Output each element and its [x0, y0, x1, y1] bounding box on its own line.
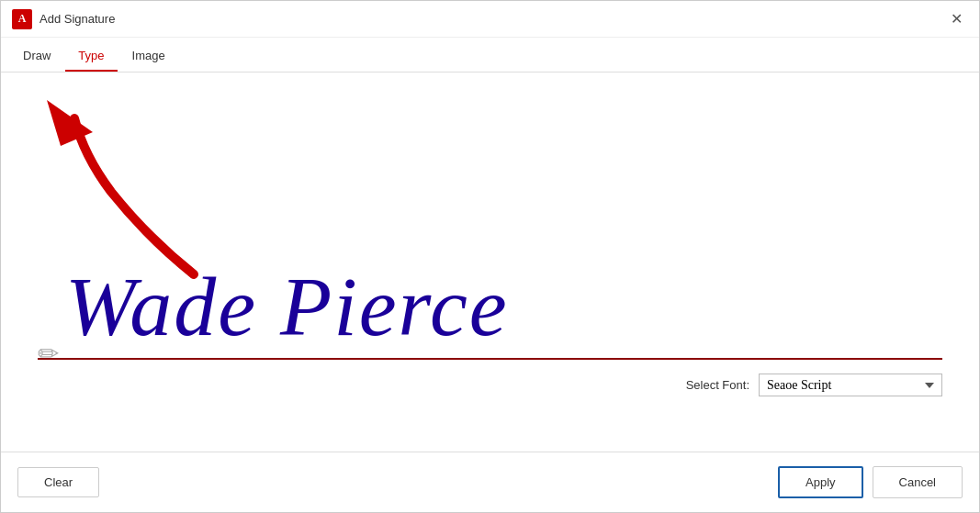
- close-button[interactable]: ✕: [945, 10, 968, 28]
- signature-baseline: [38, 358, 942, 360]
- tab-image[interactable]: Image: [119, 41, 178, 72]
- font-selector-row: Select Font: Seaoe Script Arial Times Ne…: [686, 374, 942, 396]
- tab-draw[interactable]: Draw: [10, 41, 63, 72]
- cancel-button[interactable]: Cancel: [873, 466, 963, 498]
- font-label: Select Font:: [686, 378, 749, 392]
- title-bar: A Add Signature ✕: [1, 1, 979, 38]
- font-select[interactable]: Seaoe Script Arial Times New Roman: [759, 374, 942, 396]
- signature-display: Wade Pierce: [65, 258, 509, 355]
- clear-button[interactable]: Clear: [17, 467, 99, 497]
- tabs-bar: Draw Type Image: [1, 38, 979, 72]
- apply-button[interactable]: Apply: [778, 466, 863, 498]
- pencil-icon: ✏: [38, 339, 59, 369]
- footer-right-buttons: Apply Cancel: [778, 466, 963, 498]
- content-area: ✏ Wade Pierce Select Font: Seaoe Script …: [1, 72, 979, 452]
- svg-marker-0: [47, 100, 93, 146]
- dialog-title: Add Signature: [39, 12, 115, 26]
- tab-type[interactable]: Type: [65, 41, 117, 72]
- app-icon: A: [12, 9, 32, 29]
- title-bar-left: A Add Signature: [12, 9, 115, 29]
- add-signature-dialog: A Add Signature ✕ Draw Type Image ✏ Wade…: [0, 0, 980, 513]
- footer: Clear Apply Cancel: [1, 452, 979, 512]
